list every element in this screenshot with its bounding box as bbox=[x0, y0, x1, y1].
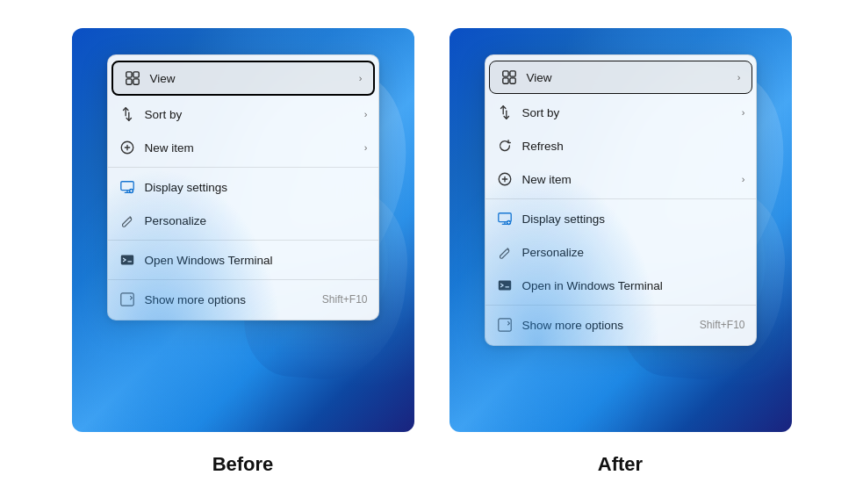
sort-icon bbox=[119, 105, 136, 123]
refresh-icon bbox=[496, 137, 514, 155]
sort-arrow-before: › bbox=[364, 109, 368, 119]
before-panel: View › Sort by › bbox=[72, 28, 414, 476]
sort-arrow-after: › bbox=[742, 107, 745, 118]
after-label: After bbox=[598, 453, 643, 476]
view-icon-after bbox=[500, 68, 518, 86]
newitem-icon bbox=[119, 139, 136, 156]
display-icon-after bbox=[496, 210, 514, 227]
showmore-icon-after bbox=[496, 316, 514, 334]
separator1-after bbox=[485, 198, 756, 199]
svg-rect-16 bbox=[498, 281, 510, 291]
separator2-after bbox=[485, 305, 756, 306]
personalize-label-after: Personalize bbox=[522, 246, 745, 259]
menu-item-display-before[interactable]: Display settings bbox=[108, 170, 378, 204]
before-label: Before bbox=[212, 453, 274, 476]
after-context-menu[interactable]: View › Sort by › bbox=[485, 54, 757, 346]
newitem-label-after: New item bbox=[522, 173, 733, 186]
before-desktop: View › Sort by › bbox=[72, 28, 414, 432]
showmore-label-after: Show more options bbox=[522, 319, 691, 332]
svg-rect-10 bbox=[509, 71, 514, 76]
view-arrow-after: › bbox=[737, 72, 741, 83]
sort-label-after: Sort by bbox=[522, 106, 733, 119]
view-label-before: View bbox=[150, 72, 350, 85]
terminal-icon bbox=[119, 251, 136, 269]
menu-item-sort-after[interactable]: Sort by › bbox=[485, 96, 756, 129]
terminal-icon-after bbox=[496, 277, 514, 294]
display-icon bbox=[119, 178, 136, 196]
sort-icon-after bbox=[496, 104, 514, 121]
sort-label-before: Sort by bbox=[145, 108, 356, 121]
display-label-before: Display settings bbox=[145, 181, 368, 194]
svg-rect-7 bbox=[120, 256, 133, 265]
menu-item-display-after[interactable]: Display settings bbox=[485, 202, 756, 235]
menu-item-personalize-after[interactable]: Personalize bbox=[485, 235, 756, 269]
separator2-before bbox=[108, 240, 378, 241]
menu-item-sort-before[interactable]: Sort by › bbox=[108, 97, 378, 131]
menu-item-terminal-before[interactable]: Open Windows Terminal bbox=[108, 243, 378, 277]
menu-item-view-before[interactable]: View › bbox=[111, 61, 375, 96]
svg-rect-17 bbox=[498, 319, 510, 331]
svg-point-15 bbox=[506, 220, 510, 225]
svg-rect-9 bbox=[502, 71, 507, 76]
view-arrow-before: › bbox=[359, 73, 363, 83]
display-label-after: Display settings bbox=[522, 212, 745, 226]
svg-rect-8 bbox=[120, 293, 133, 306]
menu-item-newitem-after[interactable]: New item › bbox=[485, 162, 756, 196]
svg-rect-5 bbox=[120, 182, 133, 191]
menu-item-view-after[interactable]: View › bbox=[489, 61, 752, 94]
newitem-icon-after bbox=[496, 170, 514, 188]
personalize-icon-after bbox=[496, 243, 514, 261]
showmore-shortcut-before: Shift+F10 bbox=[322, 293, 368, 306]
refresh-label-after: Refresh bbox=[522, 140, 745, 153]
terminal-label-after: Open in Windows Terminal bbox=[522, 279, 745, 292]
showmore-shortcut-after: Shift+F10 bbox=[700, 319, 745, 331]
menu-item-terminal-after[interactable]: Open in Windows Terminal bbox=[485, 269, 756, 302]
svg-rect-11 bbox=[502, 78, 507, 83]
before-context-menu[interactable]: View › Sort by › bbox=[107, 54, 379, 320]
svg-rect-12 bbox=[509, 78, 514, 83]
svg-rect-3 bbox=[133, 79, 138, 84]
personalize-label-before: Personalize bbox=[145, 214, 368, 227]
svg-rect-14 bbox=[498, 213, 510, 222]
after-desktop: View › Sort by › bbox=[449, 28, 792, 432]
newitem-label-before: New item bbox=[145, 141, 356, 155]
svg-rect-1 bbox=[133, 72, 138, 77]
separator1-before bbox=[108, 167, 378, 168]
after-panel: View › Sort by › bbox=[449, 28, 792, 476]
svg-point-6 bbox=[128, 189, 133, 193]
personalize-icon bbox=[119, 212, 136, 229]
menu-item-refresh-after[interactable]: Refresh bbox=[485, 129, 756, 162]
svg-rect-2 bbox=[126, 79, 131, 84]
newitem-arrow-before: › bbox=[364, 142, 368, 153]
view-icon bbox=[124, 69, 141, 87]
showmore-label-before: Show more options bbox=[145, 293, 313, 306]
svg-rect-0 bbox=[126, 72, 131, 77]
svg-point-13 bbox=[499, 173, 511, 185]
showmore-icon bbox=[119, 291, 136, 308]
menu-item-newitem-before[interactable]: New item › bbox=[108, 131, 378, 164]
newitem-arrow-after: › bbox=[742, 174, 745, 184]
comparison-container: View › Sort by › bbox=[0, 11, 863, 493]
menu-item-showmore-before[interactable]: Show more options Shift+F10 bbox=[108, 283, 378, 316]
terminal-label-before: Open Windows Terminal bbox=[145, 254, 368, 267]
view-label-after: View bbox=[527, 71, 729, 84]
separator3-before bbox=[108, 279, 378, 280]
menu-item-personalize-before[interactable]: Personalize bbox=[108, 204, 378, 237]
menu-item-showmore-after[interactable]: Show more options Shift+F10 bbox=[485, 308, 756, 342]
